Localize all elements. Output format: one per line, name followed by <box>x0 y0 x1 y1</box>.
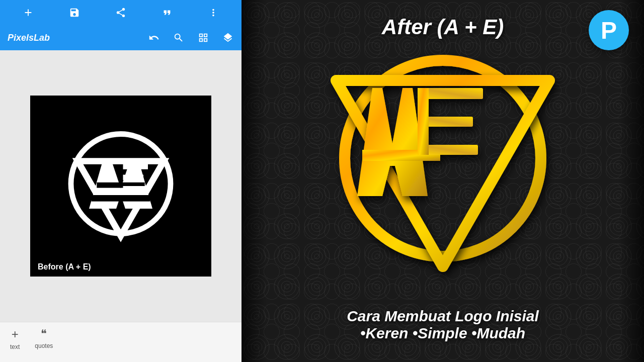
svg-rect-7 <box>123 175 144 180</box>
svg-rect-6 <box>123 163 148 169</box>
bottom-toolbar: + text ❝ quotes <box>0 322 242 362</box>
canvas-preview[interactable]: Before (A + E) <box>30 96 211 277</box>
app-logo: PixelsLab <box>5 33 140 43</box>
toolbar-top <box>0 0 242 25</box>
text-tool-label: text <box>10 343 20 350</box>
quotes-tool-label: quotes <box>35 342 53 349</box>
toolbar-secondary: PixelsLab <box>0 25 242 50</box>
svg-rect-4 <box>92 195 150 202</box>
pixelslab-avatar[interactable]: P <box>589 10 629 50</box>
left-vignette <box>242 0 267 362</box>
bottom-text-line1: Cara Membuat Logo Inisial <box>347 308 539 325</box>
grid-icon[interactable] <box>195 29 212 46</box>
bottom-text-line2: •Keren •Simple •Mudah <box>347 325 539 342</box>
undo-icon[interactable] <box>145 29 163 46</box>
quotes-icon: ❝ <box>41 327 47 340</box>
avatar-letter: P <box>601 17 617 44</box>
layers-icon[interactable] <box>219 29 236 46</box>
before-label: Before (A + E) <box>38 262 91 272</box>
svg-rect-21 <box>418 88 429 155</box>
zoom-icon[interactable] <box>170 29 187 46</box>
after-title: After (A + E) <box>382 15 504 39</box>
text-tool[interactable]: + text <box>10 327 20 350</box>
right-panel: After (A + E) <box>242 0 644 362</box>
bottom-text: Cara Membuat Logo Inisial •Keren •Simple… <box>347 308 539 342</box>
add-icon[interactable] <box>20 4 37 21</box>
save-icon[interactable] <box>66 4 83 21</box>
more-icon[interactable] <box>205 4 222 21</box>
right-vignette <box>619 0 644 362</box>
text-add-icon: + <box>12 327 19 341</box>
golden-logo <box>317 40 569 282</box>
svg-rect-8 <box>123 186 146 192</box>
share-icon[interactable] <box>112 4 129 21</box>
quotes-tool[interactable]: ❝ quotes <box>35 327 53 349</box>
canvas-area: Before (A + E) <box>0 50 242 322</box>
left-panel: PixelsLab <box>0 0 242 362</box>
quote-icon[interactable] <box>158 4 176 21</box>
